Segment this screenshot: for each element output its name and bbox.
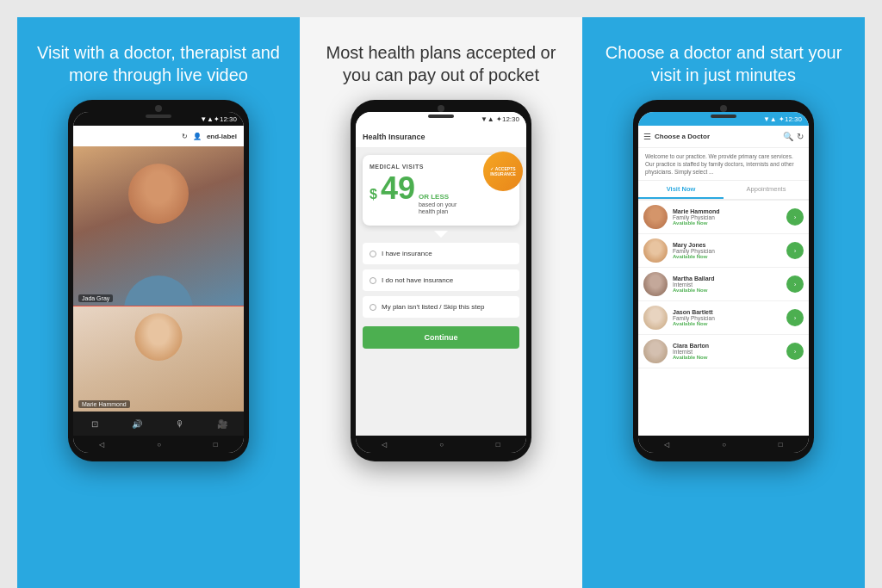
name-label-jada: Jada Gray <box>78 294 113 302</box>
doctor-avatar-2 <box>643 272 668 296</box>
body-jada-gray <box>124 275 193 306</box>
price-card: MEDICAL VISITS $ 49 OR LESS based on you… <box>363 155 519 226</box>
doctor-item-2[interactable]: Martha Ballard Internist Available Now › <box>638 268 809 301</box>
back-nav-3[interactable]: ◁ <box>664 441 669 449</box>
android-nav-2: ◁ ○ □ <box>356 436 526 453</box>
panel1-title: Visit with a doctor, therapist and more … <box>34 41 283 86</box>
doctor-avatar-0 <box>643 205 668 229</box>
doctor-info-3: Jason Bartlett Family Physician Availabl… <box>673 309 781 326</box>
panel-video-call: Visit with a doctor, therapist and more … <box>17 17 300 588</box>
time-2: 12:30 <box>502 115 519 123</box>
phone-camera-3 <box>720 105 727 112</box>
doctor-item-4[interactable]: Clara Barton Internist Available Now › <box>638 335 809 368</box>
insurance-option-1[interactable]: I have insurance <box>363 243 519 264</box>
recents-nav-2[interactable]: □ <box>496 441 500 449</box>
wifi-icon: ✦ <box>214 115 220 123</box>
doctor-specialty-4: Internist <box>673 349 781 355</box>
doctor-tabs: Visit Now Appointments <box>638 181 809 201</box>
doctor-arrow-0[interactable]: › <box>786 208 804 226</box>
time-1: 12:30 <box>220 115 237 123</box>
signal-icon: ▼▲ <box>200 115 214 123</box>
face-marie-hammond <box>135 313 183 361</box>
home-nav-3[interactable]: ○ <box>722 441 726 449</box>
person-icon[interactable]: 👤 <box>193 133 202 140</box>
doctor-info-4: Clara Barton Internist Available Now <box>673 343 781 360</box>
phone-screen-1: ▼▲ ✦ 12:30 ↻ 👤 end-label Jada Gray <box>73 112 244 453</box>
doctor-specialty-2: Internist <box>673 282 781 288</box>
panel3-title: Choose a doctor and start your visit in … <box>599 41 848 86</box>
doctor-item-1[interactable]: Mary Jones Family Physician Available No… <box>638 234 809 268</box>
doctor-item-0[interactable]: Marie Hammond Family Physician Available… <box>638 201 809 234</box>
doctor-arrow-2[interactable]: › <box>786 275 804 293</box>
screen-icon[interactable]: ⊡ <box>86 415 103 432</box>
doctor-name-1: Mary Jones <box>673 242 781 248</box>
badge-text: ✓ ACCEPTS INSURANCE <box>487 166 519 176</box>
tab-visit-now[interactable]: Visit Now <box>638 181 724 199</box>
search-icon[interactable]: 🔍 <box>783 132 793 141</box>
price-description: based on yourhealth plan <box>419 201 457 216</box>
doctor-available-1: Available Now <box>673 254 781 259</box>
video-person-1: Jada Gray <box>73 146 244 306</box>
android-nav-3: ◁ ○ □ <box>638 436 809 453</box>
accepts-insurance-badge: ✓ ACCEPTS INSURANCE <box>483 152 523 191</box>
insurance-content: MEDICAL VISITS $ 49 OR LESS based on you… <box>356 148 526 436</box>
refresh-icon[interactable]: ↻ <box>182 133 188 140</box>
volume-icon[interactable]: 🔊 <box>128 415 146 432</box>
phone-speaker-3 <box>711 115 736 118</box>
phone-screen-3: ▼▲ ✦ 12:30 ☰ Choose a Doctor 🔍 ↻ Welcome… <box>638 112 809 453</box>
insurance-option-3[interactable]: My plan isn't listed / Skip this step <box>363 296 519 318</box>
doctor-avatar-4 <box>643 339 668 363</box>
doctor-name-2: Martha Ballard <box>673 275 781 282</box>
refresh-icon-3[interactable]: ↻ <box>797 132 804 141</box>
doctor-arrow-1[interactable]: › <box>786 242 804 259</box>
doctor-specialty-1: Family Physician <box>673 248 781 254</box>
doctor-list: Marie Hammond Family Physician Available… <box>638 201 809 436</box>
doctor-arrow-4[interactable]: › <box>786 343 804 360</box>
tab-appointments[interactable]: Appointments <box>724 181 809 199</box>
continue-button[interactable]: Continue <box>363 326 519 349</box>
hamburger-icon[interactable]: ☰ <box>643 132 651 141</box>
radio-2[interactable] <box>370 277 376 284</box>
doctor-item-3[interactable]: Jason Bartlett Family Physician Availabl… <box>638 301 809 335</box>
radio-3[interactable] <box>370 304 376 311</box>
phone-speaker-1 <box>146 115 171 118</box>
camera-icon[interactable]: 🎥 <box>214 415 231 432</box>
doctor-avatar-3 <box>643 306 668 330</box>
doctor-name-4: Clara Barton <box>673 343 781 349</box>
recents-nav[interactable]: □ <box>214 441 218 449</box>
end-call-button[interactable]: end-label <box>207 133 237 140</box>
welcome-text: Welcome to our practice. We provide prim… <box>638 148 809 181</box>
price-amount: 49 <box>381 173 415 204</box>
android-nav-1: ◁ ○ □ <box>73 436 244 453</box>
dollar-sign: $ <box>370 188 377 201</box>
video-call-topbar: ↻ 👤 end-label <box>73 126 244 146</box>
back-nav[interactable]: ◁ <box>99 441 104 449</box>
radio-1[interactable] <box>370 251 376 257</box>
doctor-header: ☰ Choose a Doctor 🔍 ↻ <box>638 126 809 148</box>
doctor-arrow-3[interactable]: › <box>786 309 804 326</box>
panel2-title: Most health plans accepted or you can pa… <box>317 41 565 86</box>
option-2-label: I do not have insurance <box>382 276 453 284</box>
mic-icon[interactable]: 🎙 <box>171 415 189 432</box>
doctor-name-3: Jason Bartlett <box>673 309 781 315</box>
signal-2: ▼▲ ✦ <box>481 115 502 123</box>
panel-insurance: Most health plans accepted or you can pa… <box>300 17 582 588</box>
doctor-specialty-0: Family Physician <box>673 214 781 220</box>
video-person-2: Marie Hammond <box>73 306 244 412</box>
phone-speaker-2 <box>428 115 454 118</box>
recents-nav-3[interactable]: □ <box>779 441 783 449</box>
doctor-info-1: Mary Jones Family Physician Available No… <box>673 242 781 259</box>
home-nav[interactable]: ○ <box>157 441 161 449</box>
option-1-label: I have insurance <box>382 250 432 257</box>
back-nav-2[interactable]: ◁ <box>382 441 387 449</box>
doctor-name-0: Marie Hammond <box>673 208 781 214</box>
option-3-label: My plan isn't listed / Skip this step <box>382 303 484 311</box>
card-arrow <box>434 231 448 238</box>
home-nav-2[interactable]: ○ <box>439 441 444 449</box>
doctor-info-2: Martha Ballard Internist Available Now <box>673 275 781 293</box>
phone-2: ▼▲ ✦ 12:30 Health Insurance MEDICAL VISI… <box>351 100 531 461</box>
doctor-available-2: Available Now <box>673 288 781 293</box>
doctor-available-3: Available Now <box>673 321 781 326</box>
insurance-option-2[interactable]: I do not have insurance <box>363 269 519 291</box>
doctor-available-0: Available Now <box>673 220 781 226</box>
